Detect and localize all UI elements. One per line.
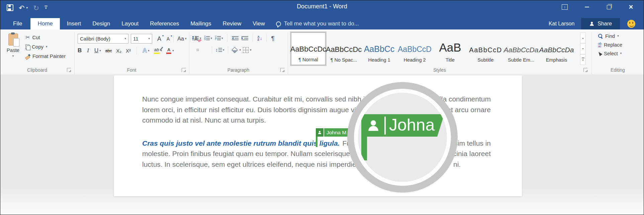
cursor-arrow-icon xyxy=(597,51,602,56)
show-hide-paragraph-button[interactable]: ¶ xyxy=(271,35,274,42)
tab-review[interactable]: Review xyxy=(217,18,247,29)
chevron-down-icon: ▾ xyxy=(250,49,252,52)
numbering-button[interactable]: 123 ▾ xyxy=(204,36,212,41)
title-bar: ↶ ▾ ↻ ▾ Document1 - Word ↑ × File Home I… xyxy=(0,0,644,29)
tab-view[interactable]: View xyxy=(247,18,271,29)
change-case-button[interactable]: Aa ▾ xyxy=(177,36,186,42)
paste-dropdown-icon[interactable]: ▾ xyxy=(12,55,14,58)
editing-group: Find ▾ abac Replace Select ▾ xyxy=(598,33,622,56)
tell-me-text: Tell me what you want to do... xyxy=(284,20,359,27)
decrease-indent-button[interactable] xyxy=(232,36,239,40)
clipboard-dialog-launcher[interactable] xyxy=(67,68,71,72)
style-no-spacing[interactable]: AaBbCcDc ¶ No Spac... xyxy=(327,32,361,65)
smiley-icon[interactable] xyxy=(627,20,635,28)
chevron-down-icon: ▾ xyxy=(99,49,101,52)
select-button[interactable]: Select ▾ xyxy=(598,51,622,56)
numbered-list-icon: 123 xyxy=(204,36,206,41)
subscript-button[interactable]: X₂ xyxy=(116,48,121,54)
styles-scroll-up-button[interactable]: ▴ xyxy=(580,32,586,43)
cut-button[interactable]: ✂ Cut xyxy=(25,34,66,40)
minimize-button[interactable] xyxy=(576,1,598,13)
chevron-down-icon: ▾ xyxy=(148,49,150,52)
signed-in-user[interactable]: Kat Larson xyxy=(549,18,574,29)
align-right-button[interactable] xyxy=(201,49,204,51)
bullets-button[interactable]: ▾ xyxy=(192,36,201,40)
style-normal[interactable]: AaBbCcDc ¶ Normal xyxy=(291,32,326,65)
chevron-down-icon: ▾ xyxy=(210,37,212,40)
styles-dialog-launcher[interactable] xyxy=(583,68,587,72)
font-group-label: Font xyxy=(74,67,189,73)
align-center-button[interactable] xyxy=(196,49,199,51)
replace-icon: abac xyxy=(598,42,602,48)
borders-icon xyxy=(243,47,249,53)
grow-font-button[interactable]: A▴ xyxy=(157,36,161,42)
paste-label: Paste xyxy=(7,47,19,53)
coauthor-flag[interactable]: Johna M xyxy=(316,128,349,137)
paragraph-dialog-launcher[interactable] xyxy=(280,68,284,72)
replace-label: Replace xyxy=(604,42,622,48)
tab-layout[interactable]: Layout xyxy=(116,18,144,29)
tab-file[interactable]: File xyxy=(7,18,28,29)
ribbon: Paste ▾ ✂ Cut Copy ▾ Format Painter Cali… xyxy=(0,29,644,75)
font-dialog-launcher[interactable] xyxy=(182,68,186,72)
format-painter-button[interactable]: Format Painter xyxy=(25,53,66,59)
multilevel-list-button[interactable]: 1ai ▾ xyxy=(215,36,223,41)
tab-design[interactable]: Design xyxy=(87,18,116,29)
style-heading-1[interactable]: AaBbCc Heading 1 xyxy=(362,32,396,65)
copy-button[interactable]: Copy ▾ xyxy=(25,44,66,50)
paragraph1-line1: Nunc congue imperdiet consequat. Curabit… xyxy=(142,94,491,104)
font-size-combobox[interactable]: 11 ▾ xyxy=(131,34,152,44)
tab-home[interactable]: Home xyxy=(30,18,60,29)
strikethrough-button[interactable]: abc xyxy=(105,48,112,53)
increase-indent-button[interactable] xyxy=(242,36,248,40)
shrink-font-button[interactable]: A▾ xyxy=(167,37,170,41)
bold-button[interactable]: B xyxy=(78,47,82,54)
close-button[interactable]: × xyxy=(620,1,642,13)
style-subtitle[interactable]: AaBbCcD Subtitle xyxy=(468,32,503,65)
bold-blue-sentence: Cras quis justo vel ante molestie rutrum… xyxy=(142,139,340,147)
tab-mailings[interactable]: Mailings xyxy=(185,18,217,29)
copy-dropdown-icon[interactable]: ▾ xyxy=(46,45,48,48)
tab-insert[interactable]: Insert xyxy=(61,18,87,29)
share-button[interactable]: Share xyxy=(581,18,620,29)
font-color-button[interactable]: A ▾ xyxy=(166,48,174,54)
style-title[interactable]: AaB Title xyxy=(433,32,467,65)
styles-gallery-scrollbar: ▴ ▾ ▾ xyxy=(580,32,586,65)
person-icon xyxy=(589,21,594,26)
ribbon-display-options-icon: ↑ xyxy=(562,4,568,10)
shading-button[interactable]: ▾ xyxy=(232,48,241,52)
restore-button[interactable] xyxy=(598,1,620,13)
italic-button[interactable]: I xyxy=(86,47,90,54)
styles-gallery-more-button[interactable]: ▾ xyxy=(580,54,586,65)
styles-scroll-down-button[interactable]: ▾ xyxy=(580,43,586,54)
find-button[interactable]: Find ▾ xyxy=(598,33,622,39)
close-icon: × xyxy=(629,3,633,11)
ribbon-display-options-button[interactable]: ↑ xyxy=(554,1,576,13)
chevron-down-icon: ▾ xyxy=(223,49,224,52)
copy-icon xyxy=(25,45,29,49)
style-emphasis[interactable]: AaBbCcDa Emphasis xyxy=(539,32,574,65)
window-controls: ↑ × xyxy=(554,1,642,13)
align-left-button[interactable] xyxy=(192,49,194,51)
borders-button[interactable]: ▾ xyxy=(243,47,252,53)
highlight-color-button[interactable]: ab ▾ xyxy=(154,48,162,54)
style-heading-2[interactable]: AaBbCcD Heading 2 xyxy=(397,32,432,65)
justify-button[interactable] xyxy=(206,49,208,51)
underline-button[interactable]: U ▾ xyxy=(94,47,101,54)
superscript-button[interactable]: X² xyxy=(126,48,131,54)
person-icon xyxy=(316,128,324,137)
font-name-combobox[interactable]: Calibri (Body) ▾ xyxy=(78,34,128,44)
tab-references[interactable]: References xyxy=(144,18,185,29)
shading-bucket-icon xyxy=(232,47,238,53)
sort-button[interactable]: AZ ↓ xyxy=(257,35,262,41)
chevron-down-icon: ▾ xyxy=(200,37,201,40)
paste-button[interactable]: Paste ▾ xyxy=(3,33,23,58)
text-effects-button[interactable]: A ▾ xyxy=(143,47,150,54)
replace-button[interactable]: abac Replace xyxy=(598,42,622,48)
search-icon xyxy=(598,34,603,39)
minimize-icon xyxy=(585,7,589,7)
tell-me-box[interactable]: Tell me what you want to do... xyxy=(276,18,359,29)
line-spacing-button[interactable]: ↕ ▾ xyxy=(215,48,224,52)
line-spacing-icon: ↕ xyxy=(215,48,218,52)
style-subtle-emphasis[interactable]: AaBbCcDa Subtle Em... xyxy=(504,32,538,65)
